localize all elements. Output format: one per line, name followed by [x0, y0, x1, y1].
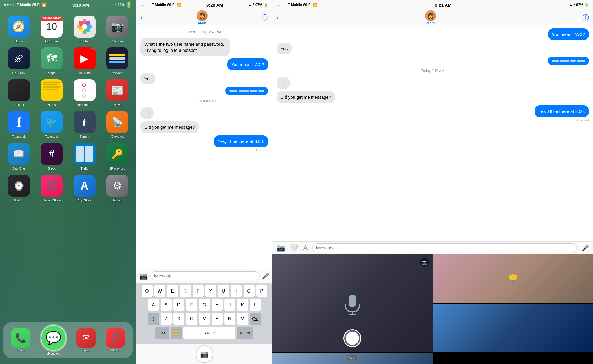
app-store-toolbar-icon[interactable]: A: [303, 244, 308, 252]
key-u[interactable]: U: [218, 285, 229, 297]
msg-text-6: Did you get me message?: [144, 125, 195, 130]
dock-messages[interactable]: 💬 Messages: [41, 325, 67, 355]
carrier-1: T-Mobile Wi-Fi: [17, 3, 40, 7]
app-itunes[interactable]: 🎵 iTunes Store: [38, 175, 66, 202]
app-notes[interactable]: Notes: [38, 79, 66, 106]
key-a[interactable]: A: [148, 299, 159, 311]
mic-button-2[interactable]: 🎤: [262, 273, 269, 280]
app-calendar[interactable]: Wednesday 10 Calendar: [38, 16, 66, 43]
key-p[interactable]: P: [256, 285, 267, 297]
photo-camera-live[interactable]: 📷: [272, 254, 433, 352]
key-emoji[interactable]: 😊: [171, 327, 182, 339]
app-camera[interactable]: 📷 Camera: [103, 16, 132, 43]
appstore-icon-img: A: [74, 175, 96, 197]
key-m[interactable]: M: [237, 313, 248, 325]
key-v[interactable]: V: [199, 313, 210, 325]
app-maps[interactable]: 🗺 Maps: [38, 47, 66, 75]
shutter-button[interactable]: [343, 329, 361, 347]
back-button-2[interactable]: ‹: [140, 14, 142, 21]
key-f[interactable]: F: [186, 299, 197, 311]
app-photos[interactable]: Photos: [70, 16, 99, 43]
safari-label: Safari: [14, 39, 23, 43]
key-g[interactable]: G: [199, 299, 210, 311]
key-l[interactable]: L: [250, 299, 261, 311]
status-left-2: ● ● ● ● T-Mobile Wi-Fi 📶: [140, 3, 181, 7]
mic-button-3[interactable]: 🎤: [582, 244, 589, 251]
key-shift[interactable]: ⇧: [148, 313, 159, 325]
key-w[interactable]: W: [154, 285, 165, 297]
signal-dot4: [13, 4, 14, 6]
camera-toolbar-icon[interactable]: 📷: [277, 244, 285, 252]
contact-name-3[interactable]: Mom: [427, 21, 435, 25]
key-space[interactable]: space: [183, 327, 235, 339]
back-button-3[interactable]: ‹: [277, 14, 279, 21]
key-o[interactable]: O: [244, 285, 255, 297]
trello-icon-img: [74, 143, 96, 165]
heart-toolbar-icon[interactable]: 🤍: [290, 244, 299, 252]
app-overcast[interactable]: 📡 Overcast: [103, 111, 132, 138]
dayone-label: Day One: [12, 167, 25, 170]
app-youtube[interactable]: ▶ 2 YouTube: [70, 47, 99, 75]
app-calcbot[interactable]: Calcbot: [5, 79, 33, 106]
chat-area-2[interactable]: Wed, Jul 20, 5:57 PM What's the two user…: [136, 25, 272, 269]
msg-text-3: Yes: [144, 76, 151, 81]
key-k[interactable]: K: [237, 299, 248, 311]
app-safari[interactable]: 🧭 Safari: [5, 16, 33, 43]
app-darksky[interactable]: ⛈ Dark Sky: [5, 47, 33, 75]
app-tumblr[interactable]: t Tumblr: [70, 111, 99, 138]
key-y[interactable]: Y: [205, 285, 216, 297]
signal-dot1: [4, 4, 6, 6]
app-tweetbot[interactable]: 🐦 Tweetbot: [38, 111, 66, 138]
camera-circle-btn[interactable]: 📷: [196, 345, 213, 363]
key-j[interactable]: J: [224, 299, 235, 311]
photo-thumb-2[interactable]: [433, 304, 593, 352]
key-d[interactable]: D: [173, 299, 184, 311]
key-e[interactable]: E: [167, 285, 178, 297]
camera-button-2[interactable]: 📷: [139, 272, 148, 280]
key-b[interactable]: B: [212, 313, 223, 325]
key-z[interactable]: Z: [161, 313, 172, 325]
app-settings[interactable]: ⚙ Settings: [103, 175, 132, 202]
app-dayone[interactable]: 📖 Day One: [5, 143, 33, 170]
key-t[interactable]: T: [193, 285, 204, 297]
photos-icon-img: [74, 16, 96, 38]
keyboard-2: Q W E R T Y U I O P A S D F G H J K L ⇧ …: [136, 283, 272, 344]
key-return[interactable]: return: [237, 327, 253, 339]
key-r[interactable]: R: [180, 285, 191, 297]
dock-phone[interactable]: 📞 Phone: [11, 328, 30, 352]
mom-avatar-3[interactable]: 👩: [425, 10, 436, 21]
key-s[interactable]: S: [161, 299, 172, 311]
photo-thumb-1[interactable]: [433, 254, 593, 303]
key-numbers[interactable]: 123: [155, 327, 169, 339]
key-i[interactable]: I: [231, 285, 242, 297]
key-q[interactable]: Q: [142, 285, 153, 297]
dock-spark[interactable]: ✉ Spark: [76, 328, 96, 352]
app-1password[interactable]: 🔑 1Password: [103, 143, 132, 170]
app-news[interactable]: 📰 News: [103, 79, 132, 106]
dock-music[interactable]: 🎵 Music: [106, 328, 125, 352]
app-reminders[interactable]: Reminders: [70, 79, 99, 106]
mom-avatar-2[interactable]: 👩: [197, 10, 208, 21]
key-c[interactable]: C: [186, 313, 197, 325]
key-backspace[interactable]: ⌫: [250, 313, 261, 325]
app-facebook[interactable]: f Facebook: [5, 111, 33, 138]
keyboard-row-4: 123 😊 space return: [138, 327, 271, 339]
info-button-3[interactable]: ⓘ: [583, 13, 589, 22]
app-wallet[interactable]: Wallet: [103, 47, 132, 75]
imessage-input-3[interactable]: [312, 243, 577, 252]
key-h[interactable]: H: [212, 299, 223, 311]
app-trello[interactable]: Trello: [70, 143, 99, 170]
keyboard-row-1: Q W E R T Y U I O P: [138, 285, 271, 297]
key-x[interactable]: X: [173, 313, 184, 325]
info-button-2[interactable]: ⓘ: [262, 13, 268, 22]
music-label: Music: [111, 349, 119, 352]
imessage-input-2[interactable]: [150, 271, 260, 280]
app-watch[interactable]: ⌚ Watch: [5, 175, 33, 202]
calcbot-icon-img: [8, 79, 30, 101]
chat-area-3[interactable]: You mean TWC? Yes Today 8:49 AM Hi! Did …: [272, 25, 593, 241]
contact-name-2[interactable]: Mom: [198, 21, 206, 25]
app-slack[interactable]: # Slack: [38, 143, 66, 170]
app-appstore[interactable]: A App Store: [70, 175, 99, 202]
photo-thumb-3[interactable]: 🎮: [272, 353, 433, 364]
key-n[interactable]: N: [224, 313, 235, 325]
